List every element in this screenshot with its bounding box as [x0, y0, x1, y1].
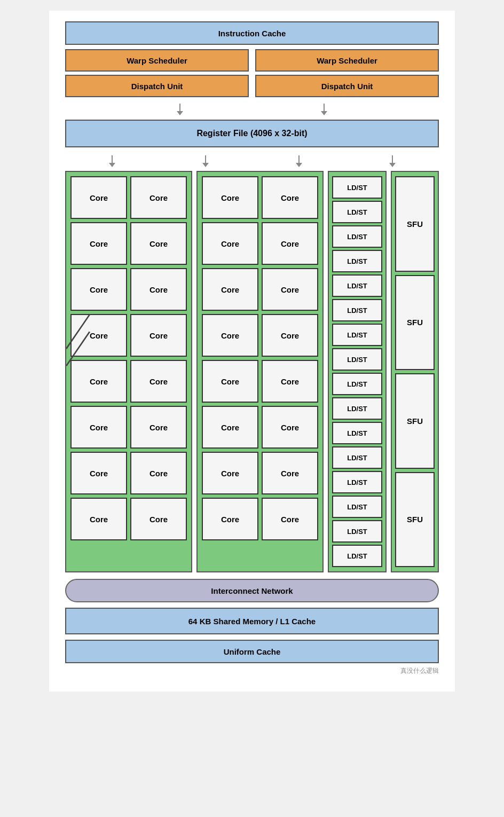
core-col-1: Core Core Core Core Core Core Core Core …: [65, 171, 192, 572]
core-cell: Core: [130, 222, 187, 265]
sfu-col: SFU SFU SFU SFU: [391, 171, 439, 572]
core-row-2-1: Core Core: [202, 176, 318, 219]
ldst-cell-4: LD/ST: [332, 250, 382, 272]
core-row-2-2: Core Core: [202, 222, 318, 265]
core-cell: Core: [202, 406, 258, 449]
core-cell: Core: [130, 176, 187, 219]
core-row-1-1: Core Core: [70, 176, 187, 219]
core-cell: Core: [262, 268, 318, 311]
core-cell: Core: [202, 452, 258, 494]
core-cell: Core: [70, 406, 127, 449]
core-row-1-7: Core Core: [70, 452, 187, 494]
ldst-cell-15: LD/ST: [332, 520, 382, 543]
core-row-2-3: Core Core: [202, 268, 318, 311]
warp-scheduler-right: Warp Scheduler: [255, 49, 439, 72]
ldst-cell-9: LD/ST: [332, 373, 382, 395]
arrow-col4: [389, 155, 396, 167]
core-row-2-8: Core Core: [202, 498, 318, 540]
core-cell: Core: [130, 360, 187, 403]
ldst-cell-6: LD/ST: [332, 299, 382, 321]
ldst-cell-1: LD/ST: [332, 176, 382, 199]
core-row-2-6: Core Core: [202, 406, 318, 449]
ldst-col: LD/ST LD/ST LD/ST LD/ST LD/ST LD/ST LD/S…: [328, 171, 387, 572]
core-cell: Core: [262, 452, 318, 494]
arrow-col1: [109, 155, 115, 167]
sfu-cell-2: SFU: [395, 275, 435, 371]
dispatch-arrows: [65, 101, 439, 117]
ldst-cell-7: LD/ST: [332, 324, 382, 346]
core-row-1-2: Core Core: [70, 222, 187, 265]
sfu-cell-4: SFU: [395, 472, 435, 568]
core-cell: Core: [70, 314, 127, 357]
core-cell: Core: [262, 360, 318, 403]
sfu-cell-1: SFU: [395, 176, 435, 272]
ldst-cell-5: LD/ST: [332, 274, 382, 297]
core-row-2-4: Core Core: [202, 314, 318, 357]
ldst-cell-14: LD/ST: [332, 496, 382, 518]
core-row-2-5: Core Core: [202, 360, 318, 403]
arrow-col2: [202, 155, 209, 167]
sfu-cell-3: SFU: [395, 373, 435, 469]
core-cell: Core: [202, 222, 258, 265]
core-cell: Core: [262, 406, 318, 449]
warp-scheduler-left: Warp Scheduler: [65, 49, 249, 72]
core-cell: Core: [262, 314, 318, 357]
core-row-1-4: Core Core: [70, 314, 187, 357]
dispatch-unit-right: Dispatch Unit: [255, 75, 439, 97]
uniform-cache-block: Uniform Cache: [65, 640, 439, 663]
arrow-down-right: [321, 104, 327, 115]
core-row-1-5: Core Core: [70, 360, 187, 403]
warp-dispatch-section: Warp Scheduler Dispatch Unit Warp Schedu…: [65, 49, 439, 97]
core-cell: Core: [70, 360, 127, 403]
core-row-1-3: Core Core: [70, 268, 187, 311]
ldst-cell-10: LD/ST: [332, 397, 382, 420]
core-cell: Core: [70, 452, 127, 494]
warp-dispatch-left: Warp Scheduler Dispatch Unit: [65, 49, 249, 97]
ldst-cell-16: LD/ST: [332, 545, 382, 567]
core-cell: Core: [70, 498, 127, 540]
ldst-cell-2: LD/ST: [332, 201, 382, 223]
core-cell: Core: [130, 498, 187, 540]
warp-dispatch-right: Warp Scheduler Dispatch Unit: [255, 49, 439, 97]
core-cell: Core: [130, 314, 187, 357]
core-cell: Core: [130, 268, 187, 311]
ldst-cell-3: LD/ST: [332, 225, 382, 248]
ldst-cell-12: LD/ST: [332, 446, 382, 469]
core-row-1-6: Core Core: [70, 406, 187, 449]
ldst-cell-11: LD/ST: [332, 422, 382, 444]
arrow-col3: [296, 155, 302, 167]
core-cell: Core: [130, 406, 187, 449]
core-cell: Core: [202, 498, 258, 540]
core-row-2-7: Core Core: [202, 452, 318, 494]
core-cell: Core: [130, 452, 187, 494]
interconnect-block: Interconnect Network: [65, 579, 439, 602]
register-file-block: Register File (4096 x 32-bit): [65, 120, 439, 147]
core-cell: Core: [70, 222, 127, 265]
core-col-2: Core Core Core Core Core Core Core Core …: [196, 171, 324, 572]
watermark: 真没什么逻辑: [65, 666, 439, 675]
core-cell: Core: [70, 268, 127, 311]
dispatch-unit-left: Dispatch Unit: [65, 75, 249, 97]
ldst-cell-13: LD/ST: [332, 471, 382, 493]
core-cell: Core: [262, 176, 318, 219]
four-columns-section: Core Core Core Core Core Core Core Core …: [65, 171, 439, 572]
instruction-cache-block: Instruction Cache: [65, 21, 439, 45]
core-cell: Core: [262, 498, 318, 540]
core-cell: Core: [202, 360, 258, 403]
shared-memory-block: 64 KB Shared Memory / L1 Cache: [65, 608, 439, 634]
core-cell: Core: [70, 176, 127, 219]
core-cell: Core: [262, 222, 318, 265]
register-arrows: [65, 154, 439, 169]
ldst-cell-8: LD/ST: [332, 348, 382, 371]
core-cell: Core: [202, 176, 258, 219]
diagram-container: Instruction Cache Warp Scheduler Dispatc…: [49, 11, 455, 692]
arrow-down-left: [177, 104, 183, 115]
core-row-1-8: Core Core: [70, 498, 187, 540]
core-cell: Core: [202, 314, 258, 357]
core-cell: Core: [202, 268, 258, 311]
